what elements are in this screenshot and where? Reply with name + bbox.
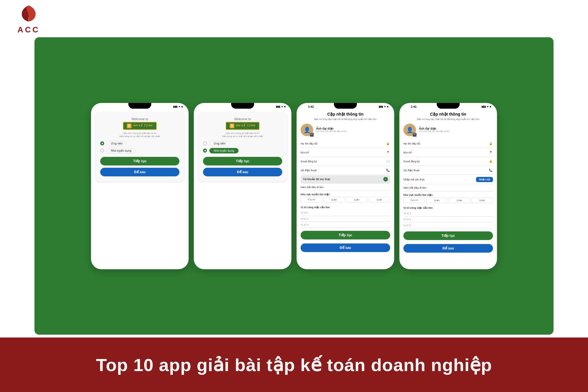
location-icon-4: 📍 [488,150,493,155]
lock-icon-4: 🔒 [488,141,493,146]
radio-circle-nha-tuyen-1 [100,149,104,153]
radio-nha-tuyen-1[interactable]: Nhà tuyển dụng [100,148,179,153]
tiep-tuc-btn-1[interactable]: Tiếp tục [100,157,179,165]
nhan-ma-btn-4[interactable]: Nhận mã [476,177,493,182]
district-quan1-3[interactable]: Quận [323,197,345,202]
radio-circle-ung-vien-2 [203,141,207,145]
district-quan1-4[interactable]: Quận [426,198,448,203]
position-3-3[interactable]: Vị trí 3 [301,222,390,228]
brand-name-1: ÀN KẾ TOÁN [133,124,153,128]
phone-4-content: Cập nhật thông tin Bạn vui lòng cập nhật… [399,110,497,269]
tiep-tuc-btn-4[interactable]: Tiếp tục [403,231,493,240]
radio-label-ung-vien-2: Ứng viên [209,141,230,146]
form-label-verify-4: Nhập mã xác thực [403,178,473,181]
brand-name-2: ÀN KẾ TOÁN [236,124,256,128]
tiep-tuc-btn-3[interactable]: Tiếp tục [301,231,390,239]
phone-4: 1:41 ▮▮▮ ▼ ■ Cập nhật thông tin Bạn vui … [399,103,497,269]
phone-2: ▮▮▮ ▼ ■ Welcome to S ÀN KẾ TOÁN Hãy cho … [194,103,291,269]
welcome-to-2: Welcome to [234,117,251,121]
section-vi-tri-4: Vị trí công việc cần tìm: [403,206,493,209]
update-buttons-3: Tiếp tục Để sau [301,231,390,252]
form-row-verified-3: Tài khoản đã xác thực ✓ [301,175,390,184]
district-quan3-3[interactable]: Quận [369,197,390,202]
form-row-phone-4: Số điện thoại 📞 [403,166,493,175]
phone-notch-1 [128,103,151,109]
brand-logo-1: S ÀN KẾ TOÁN [123,122,157,130]
tagline-2: Hãy cho chúng tôi biết bạn là ai?Để chún… [222,132,263,138]
section-khu-vuc-3: Khu vực muốn tìm việc: [301,193,390,196]
form-row-email-4: Email đăng ký ⚠️ [403,157,493,166]
lock-icon-3: 🔒 [386,141,390,146]
update-subtitle-4: Bạn vui lòng cập nhật hồ sơ để dùng ứng … [403,118,493,121]
acc-logo-icon [17,3,40,24]
position-1-3[interactable]: Vị trí 1 [301,210,390,216]
avatar-name-3: Ảnh đại diện [316,127,346,130]
section-khu-vuc-4: Khu vực muốn tìm việc: [403,194,493,196]
phone-3: 1:41 ▮▮▮ ▼ ■ Cập nhật thông tin Bạn vui … [297,103,394,269]
brand-logo-2: S ÀN KẾ TOÁN [226,122,260,130]
phone-icon-4: 📞 [488,168,493,173]
form-row-phone-3: Số điện thoại 📞 [301,166,390,175]
phones-container: ▮▮▮ ▼ ■ Welcome to S ÀN KẾ TOÁN Hãy cho … [34,37,554,335]
update-title-4: Cập nhật thông tin [403,112,493,116]
avatar-3[interactable]: 👤 📷 [301,124,313,136]
district-quan2-4[interactable]: Quận [449,198,470,203]
phone-2-content: Welcome to S ÀN KẾ TOÁN Hãy cho chúng tô… [194,109,291,269]
form-row-year-3: Năm bắt đầu đi làm [301,184,390,191]
status-time-3: 1:41 [308,105,314,108]
verified-check-3: ✓ [383,177,388,182]
form-label-email-4: Email đăng ký [403,160,488,163]
phone-notch-4 [437,103,460,109]
status-time-4: 1:41 [411,105,417,108]
position-2-4[interactable]: Vị trí 2 [403,217,493,223]
form-label-phone-4: Số điện thoại [403,169,488,172]
form-row-verify-4: Nhập mã xác thực Nhận mã [403,175,493,184]
bottom-banner: Top 10 app giải bài tập kế toán doanh ng… [0,338,588,392]
avatar-name-4: Ảnh đại diện [419,127,449,130]
update-title-3: Cập nhật thông tin [301,112,390,116]
welcome-to-1: Welcome to [131,117,148,121]
radio-group-1: Ứng viên Nhà tuyển dụng [100,141,179,153]
avatar-hint-4: (Vui lòng chọn ảnh đại diện (3x4)) [419,130,449,132]
position-2-3[interactable]: Vị trí 2 [301,216,390,222]
form-label-ho-ten-3: Họ tên đầy đủ [301,142,386,145]
phone-icon-3: 📞 [386,168,390,173]
brand-s-2: S [230,124,234,128]
radio-label-nha-tuyen-2: Nhà tuyển dụng [209,148,239,153]
avatar-text-3: Ảnh đại diện (Vui lòng chọn ảnh đại diện… [316,127,346,132]
district-quan2-3[interactable]: Quận [346,197,368,202]
welcome-box-1: Welcome to S ÀN KẾ TOÁN Hãy cho chúng tô… [96,112,184,182]
acc-text: ACC [18,25,40,34]
de-sau-btn-3[interactable]: Để sau [301,243,390,252]
header: ACC [0,0,57,37]
camera-icon-3: 📷 [310,133,314,137]
email-icon-3: ✉️ [386,159,390,164]
radio-ung-vien-1[interactable]: Ứng viên [100,141,179,146]
radio-circle-nha-tuyen-2 [203,149,207,153]
form-row-dia-chi-3: Địa chỉ 📍 [301,149,390,157]
radio-label-nha-tuyen-1: Nhà tuyển dụng [107,148,136,153]
phone-notch-2 [231,103,254,109]
radio-group-2: Ứng viên Nhà tuyển dụng [203,141,282,153]
radio-ung-vien-2[interactable]: Ứng viên [203,141,282,146]
phone-3-content: Cập nhật thông tin Bạn vui lòng cập nhật… [297,110,394,269]
position-3-4[interactable]: Vị trí 3 [403,223,493,229]
radio-nha-tuyen-2[interactable]: Nhà tuyển dụng [203,148,282,153]
district-tinh-3[interactable]: Tỉnh/TP [301,197,322,202]
district-quan3-4[interactable]: Quận [471,198,493,203]
form-label-phone-3: Số điện thoại [301,169,386,172]
position-1-4[interactable]: Vị trí 1 [403,210,493,217]
tiep-tuc-btn-2[interactable]: Tiếp tục [203,157,282,165]
de-sau-btn-2[interactable]: Để sau [203,168,282,176]
form-label-ho-ten-4: Họ tên đầy đủ [403,142,488,145]
district-tinh-4[interactable]: Tỉnh/TP [403,198,425,203]
de-sau-btn-4[interactable]: Để sau [403,244,493,253]
district-row-3: Tỉnh/TP Quận Quận Quận [301,197,390,202]
avatar-section-3: 👤 📷 Ảnh đại diện (Vui lòng chọn ảnh đại … [301,124,390,136]
form-row-ho-ten-3: Họ tên đầy đủ 🔒 [301,140,390,148]
de-sau-btn-1[interactable]: Để sau [100,168,179,176]
avatar-4[interactable]: 👤 📷 [403,124,416,136]
tagline-1: Hãy cho chúng tôi biết bạn là ai?Để chún… [119,132,160,138]
warning-icon-4: ⚠️ [488,159,493,164]
form-label-year-3: Năm bắt đầu đi làm [301,186,390,189]
